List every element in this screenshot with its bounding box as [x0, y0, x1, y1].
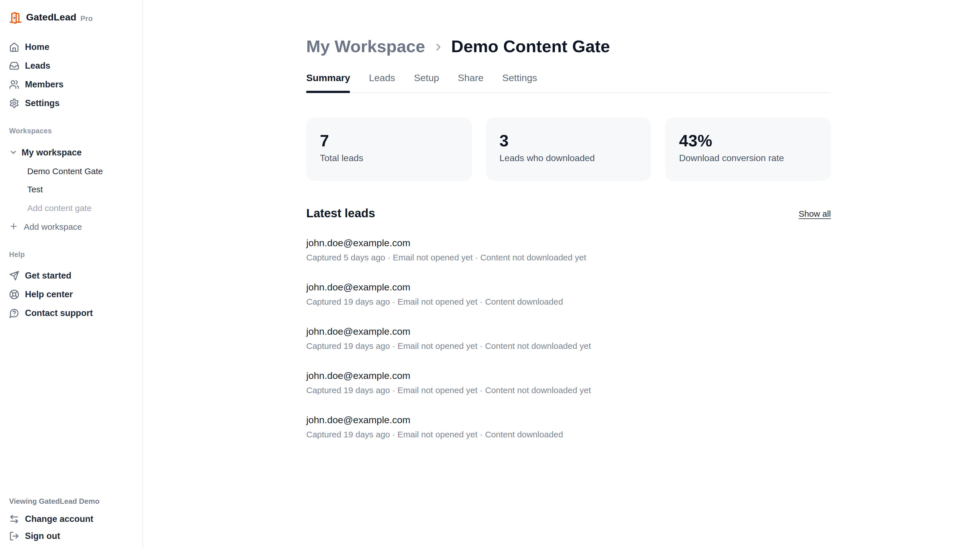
brand-badge: Pro — [81, 14, 93, 22]
workspace-toggle[interactable]: My workspace — [9, 143, 134, 162]
send-icon — [9, 271, 19, 281]
help-item-label: Get started — [25, 271, 72, 281]
help-item-label: Help center — [25, 289, 73, 299]
add-workspace-label: Add workspace — [24, 221, 82, 231]
sidebar-item-home[interactable]: Home — [9, 37, 134, 56]
lead-meta: Captured 19 days ago · Email not opened … — [306, 384, 831, 396]
plus-icon — [9, 222, 18, 231]
brand-name: GatedLead — [26, 12, 76, 23]
sidebar-nav: Home Leads Members Settings — [9, 37, 134, 112]
inbox-icon — [9, 61, 19, 71]
stat-card-total-leads: 7 Total leads — [306, 118, 472, 181]
stat-label: Download conversion rate — [679, 153, 817, 163]
content-column: My Workspace Demo Content Gate Summary L… — [306, 0, 831, 440]
contact-support-link[interactable]: Contact support — [9, 304, 134, 322]
lead-email: john.doe@example.com — [306, 237, 831, 250]
lead-meta: Captured 19 days ago · Email not opened … — [306, 296, 831, 307]
lead-item: john.doe@example.com Captured 19 days ag… — [306, 281, 831, 307]
workspace-children: Demo Content Gate Test Add content gate — [9, 162, 134, 217]
lead-item: john.doe@example.com Captured 5 days ago… — [306, 237, 831, 263]
lead-meta: Captured 19 days ago · Email not opened … — [306, 428, 831, 440]
home-icon — [9, 42, 19, 52]
viewing-account-label: Viewing GatedLead Demo — [9, 497, 134, 506]
latest-leads-title: Latest leads — [306, 207, 375, 220]
stat-label: Total leads — [320, 153, 458, 163]
help-item-label: Contact support — [25, 308, 93, 318]
lead-email: john.doe@example.com — [306, 369, 831, 383]
app-root: GatedLead Pro Home Leads Members Setting… — [0, 0, 980, 548]
stat-value: 3 — [500, 132, 638, 149]
latest-leads-header: Latest leads Show all — [306, 207, 831, 220]
chevron-down-icon — [9, 148, 18, 156]
tab-share[interactable]: Share — [458, 73, 484, 92]
chat-question-icon — [9, 308, 19, 318]
workspaces-section-label: Workspaces — [9, 127, 134, 136]
swap-arrows-icon — [9, 514, 19, 524]
help-section-label: Help — [9, 250, 134, 260]
tab-bar: Summary Leads Setup Share Settings — [306, 73, 831, 93]
sidebar-item-label: Leads — [25, 61, 51, 71]
lead-meta: Captured 19 days ago · Email not opened … — [306, 340, 831, 352]
sign-out-button[interactable]: Sign out — [9, 527, 134, 545]
lead-email: john.doe@example.com — [306, 414, 831, 427]
breadcrumb-workspace-link[interactable]: My Workspace — [306, 36, 425, 57]
brand: GatedLead Pro — [9, 10, 134, 25]
stats-row: 7 Total leads 3 Leads who downloaded 43%… — [306, 118, 831, 181]
account-item-label: Sign out — [25, 531, 60, 541]
sidebar-item-settings[interactable]: Settings — [9, 94, 134, 112]
sidebar: GatedLead Pro Home Leads Members Setting… — [0, 0, 143, 548]
lead-meta: Captured 5 days ago · Email not opened y… — [306, 251, 831, 263]
stat-card-conversion-rate: 43% Download conversion rate — [665, 118, 831, 181]
workspace-name: My workspace — [22, 147, 82, 158]
sidebar-item-leads[interactable]: Leads — [9, 56, 134, 75]
workspace-gate-test[interactable]: Test — [9, 180, 134, 199]
leads-list: john.doe@example.com Captured 5 days ago… — [306, 237, 831, 440]
stat-value: 7 — [320, 132, 458, 149]
show-all-link[interactable]: Show all — [799, 209, 831, 218]
sidebar-bottom: Viewing GatedLead Demo Change account Si… — [9, 497, 134, 545]
sidebar-item-label: Settings — [25, 98, 60, 108]
sign-out-icon — [9, 531, 19, 541]
users-icon — [9, 79, 19, 89]
help-center-link[interactable]: Help center — [9, 285, 134, 304]
tab-setup[interactable]: Setup — [414, 73, 439, 92]
lead-email: john.doe@example.com — [306, 325, 831, 339]
chevron-right-icon — [433, 41, 444, 53]
sidebar-item-label: Members — [25, 79, 64, 89]
breadcrumb: My Workspace Demo Content Gate — [306, 36, 831, 57]
change-account-button[interactable]: Change account — [9, 511, 134, 527]
lead-item: john.doe@example.com Captured 19 days ag… — [306, 325, 831, 352]
life-buoy-icon — [9, 289, 19, 299]
sidebar-item-label: Home — [25, 42, 49, 52]
get-started-link[interactable]: Get started — [9, 266, 134, 285]
tab-leads[interactable]: Leads — [369, 73, 395, 92]
door-open-logo-icon — [9, 11, 22, 24]
stat-card-leads-downloaded: 3 Leads who downloaded — [486, 118, 651, 181]
tab-summary[interactable]: Summary — [306, 73, 350, 92]
gear-icon — [9, 98, 19, 108]
lead-item: john.doe@example.com Captured 19 days ag… — [306, 369, 831, 396]
main-area: My Workspace Demo Content Gate Summary L… — [143, 0, 980, 548]
account-item-label: Change account — [25, 514, 93, 524]
add-workspace-button[interactable]: Add workspace — [9, 217, 134, 236]
stat-label: Leads who downloaded — [500, 153, 638, 163]
add-content-gate-link[interactable]: Add content gate — [9, 199, 134, 217]
tab-settings[interactable]: Settings — [502, 73, 537, 92]
stat-value: 43% — [679, 132, 817, 149]
lead-item: john.doe@example.com Captured 19 days ag… — [306, 414, 831, 440]
workspace-gate-demo-content-gate[interactable]: Demo Content Gate — [9, 162, 134, 180]
help-nav: Get started Help center Contact support — [9, 266, 134, 322]
page-title: Demo Content Gate — [451, 36, 610, 57]
lead-email: john.doe@example.com — [306, 281, 831, 295]
sidebar-item-members[interactable]: Members — [9, 75, 134, 94]
